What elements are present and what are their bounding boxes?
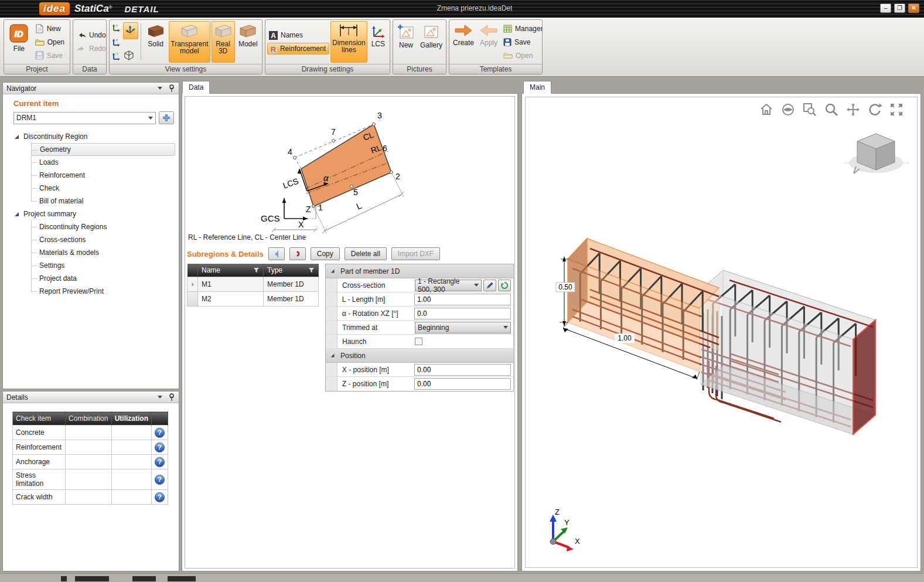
- data-tab[interactable]: Data: [182, 81, 210, 94]
- import-dxf-button[interactable]: Import DXF: [391, 247, 440, 260]
- dimension-lines-toggle[interactable]: Dimension lines: [330, 21, 367, 63]
- names-toggle[interactable]: A Names: [267, 29, 329, 41]
- haunch-checkbox[interactable]: [415, 338, 422, 345]
- cross-section-select[interactable]: 1 - Rectangle 500, 300: [415, 280, 482, 291]
- details-pin-icon[interactable]: [168, 393, 175, 401]
- reinforcement-toggle[interactable]: R Reinforcement: [267, 43, 329, 55]
- orientation-cube[interactable]: [844, 134, 909, 173]
- open-button[interactable]: Open: [33, 36, 68, 48]
- template-create-button[interactable]: Create: [451, 21, 476, 63]
- trimmed-at-select[interactable]: Beginning: [415, 322, 511, 333]
- tree-item-loads[interactable]: Loads: [31, 156, 179, 169]
- details-panel: Details Check item Combination Utilizati…: [2, 391, 179, 571]
- edit-cross-section-button[interactable]: [483, 280, 496, 291]
- col-type[interactable]: Type: [264, 264, 319, 277]
- view-xy-axes-icon[interactable]: x: [111, 22, 122, 33]
- template-open-button[interactable]: Open: [502, 50, 543, 62]
- help-icon[interactable]: ?: [155, 492, 165, 502]
- group-expander-icon[interactable]: [331, 270, 335, 273]
- template-save-button[interactable]: Save: [502, 36, 543, 48]
- tree-node-project-summary[interactable]: Project summary: [3, 207, 179, 220]
- view-yz-axes-icon[interactable]: Y: [111, 51, 122, 62]
- axis-x-label: X: [575, 537, 580, 546]
- gallery-button[interactable]: Gallery: [418, 21, 444, 63]
- tree-item-report-preview-print[interactable]: Report Preview/Print: [31, 285, 179, 298]
- viewport-3d-canvas[interactable]: 0.50 1.00 Z Y X: [526, 97, 917, 567]
- group-expander-icon[interactable]: [331, 354, 335, 358]
- solid-view-button[interactable]: Solid: [144, 21, 168, 63]
- tree-item-cross-sections[interactable]: Cross-sections: [31, 233, 179, 246]
- refresh-cross-section-button[interactable]: [498, 280, 511, 291]
- navigator-pin-icon[interactable]: [168, 84, 175, 93]
- expander-icon[interactable]: [15, 135, 19, 139]
- navigator-collapse-icon[interactable]: [158, 87, 162, 90]
- rotation-input[interactable]: [414, 308, 511, 319]
- tree-item-project-data[interactable]: Project data: [31, 272, 179, 285]
- help-icon[interactable]: ?: [155, 475, 165, 485]
- length-input[interactable]: [414, 294, 511, 305]
- tree-item-discontinuity-regions[interactable]: Discontinuity Regions: [31, 220, 179, 233]
- undo-button[interactable]: Undo: [75, 29, 107, 41]
- data-panel: CL RL LCS α 1 2 3 4 5 6 7 GCS X Z: [182, 93, 518, 571]
- x-position-row: X - position [m]: [326, 363, 513, 377]
- delete-all-button[interactable]: Delete all: [345, 247, 387, 260]
- add-subregion-button[interactable]: [268, 247, 285, 260]
- picture-new-button[interactable]: New: [395, 21, 417, 63]
- member-m2-3d[interactable]: [701, 270, 875, 434]
- help-icon[interactable]: ?: [155, 457, 165, 467]
- template-manager-button[interactable]: Manager: [502, 23, 543, 35]
- member-m1-outline[interactable]: [301, 124, 391, 206]
- tree-item-geometry[interactable]: Geometry: [31, 143, 175, 156]
- tree-item-settings[interactable]: Settings: [31, 259, 179, 272]
- model-view-button[interactable]: Model: [236, 21, 260, 63]
- row-selector[interactable]: [187, 292, 198, 307]
- tree-node-label: Project summary: [23, 210, 76, 218]
- row-selector[interactable]: ›: [187, 277, 198, 292]
- current-item-select[interactable]: DRM1: [13, 112, 156, 124]
- tree-item-reinforcement[interactable]: Reinforcement: [31, 169, 179, 182]
- subregion-row-m1[interactable]: › M1 Member 1D: [187, 277, 319, 292]
- details-collapse-icon[interactable]: [158, 396, 162, 399]
- details-row-anchorage: Anchorage ?: [13, 455, 168, 469]
- member-m1-3d[interactable]: [568, 239, 719, 372]
- tree-node-discontinuity-region[interactable]: Discontinuity Region: [3, 130, 179, 143]
- col-name[interactable]: Name: [198, 264, 264, 277]
- minimize-button[interactable]: –: [880, 4, 891, 13]
- maximize-button[interactable]: ❐: [894, 4, 905, 13]
- group-part-of-member[interactable]: Part of member 1D: [326, 264, 513, 278]
- save-button[interactable]: Save: [33, 50, 68, 62]
- help-icon[interactable]: ?: [155, 428, 165, 438]
- redo-button[interactable]: Redo: [75, 43, 107, 55]
- group-position[interactable]: Position: [326, 349, 513, 363]
- delete-subregion-button[interactable]: [289, 247, 306, 260]
- open-folder-icon: [35, 38, 45, 46]
- file-button[interactable]: ID File: [6, 21, 32, 63]
- solid-beam-icon: [146, 23, 166, 39]
- node-4-label: 4: [288, 147, 292, 156]
- new-button[interactable]: New: [33, 23, 68, 35]
- help-icon[interactable]: ?: [155, 443, 165, 452]
- z-position-input[interactable]: [414, 378, 511, 390]
- close-button[interactable]: ✕: [908, 4, 919, 13]
- z-position-row: Z - position [m]: [326, 377, 513, 391]
- view-xz-axes-icon[interactable]: z: [111, 37, 122, 47]
- real-3d-button[interactable]: Real 3D: [212, 21, 235, 63]
- group-label-templates: Templates: [449, 64, 542, 74]
- expander-icon[interactable]: [15, 212, 19, 216]
- subregion-row-m2[interactable]: M2 Member 1D: [187, 292, 319, 307]
- tree-item-bill-of-material[interactable]: Bill of material: [31, 195, 179, 207]
- filter-icon[interactable]: [253, 267, 260, 273]
- main-tab[interactable]: Main: [523, 81, 551, 94]
- add-region-button[interactable]: [159, 111, 174, 124]
- cube-view-icon[interactable]: [123, 50, 135, 62]
- template-apply-button[interactable]: Apply: [477, 21, 500, 63]
- transparent-model-button[interactable]: Transparent model: [169, 21, 210, 63]
- axonometric-view-button[interactable]: [123, 22, 138, 39]
- navigator-panel: Navigator Current item DRM1 Discontinuit…: [2, 82, 179, 389]
- filter-icon[interactable]: [308, 267, 315, 273]
- lcs-toggle[interactable]: LCS: [369, 21, 388, 63]
- tree-item-check[interactable]: Check: [31, 182, 179, 195]
- copy-button[interactable]: Copy: [311, 247, 340, 260]
- tree-item-materials-models[interactable]: Materials & models: [31, 246, 179, 259]
- x-position-input[interactable]: [414, 364, 511, 376]
